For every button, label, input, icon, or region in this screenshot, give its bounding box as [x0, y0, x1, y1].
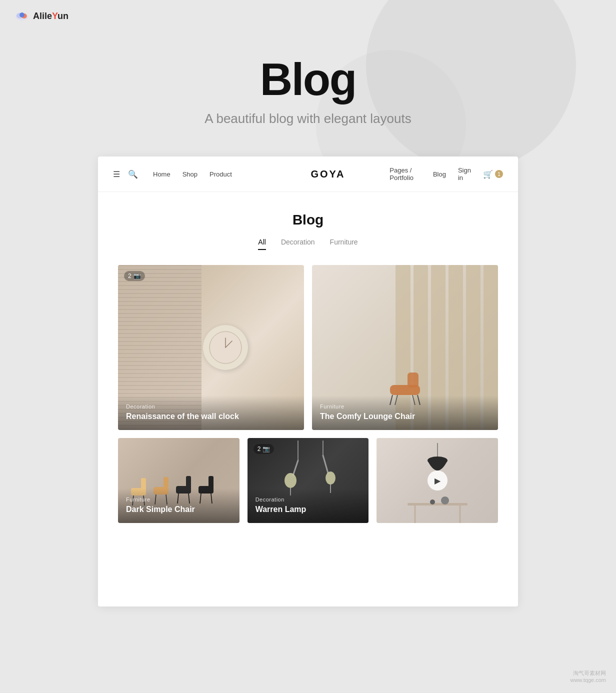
nav-link-pages[interactable]: Pages / Portfolio [390, 166, 421, 182]
nav-link-home[interactable]: Home [153, 170, 170, 178]
hero-title: Blog [10, 57, 606, 102]
svg-point-42 [430, 500, 435, 504]
watermark-line1: 淘气哥素材网 [570, 670, 606, 677]
post-overlay-dark-chair: Furniture Dark Simple Chair [118, 488, 240, 523]
nav-link-blog[interactable]: Blog [433, 170, 446, 178]
hamburger-icon[interactable]: ☰ [113, 170, 120, 179]
svg-rect-22 [186, 476, 191, 488]
tab-decoration[interactable]: Decoration [281, 238, 315, 250]
blog-section: Blog All Decoration Furniture [98, 192, 518, 533]
blog-grid-bottom: Furniture Dark Simple Chair [113, 438, 503, 523]
tab-all[interactable]: All [258, 238, 266, 250]
photo-count-badge-lamp: 2 📷 [254, 444, 274, 454]
navbar: ☰ 🔍 Home Shop Product GOYA Pages / Portf… [98, 156, 518, 192]
post-card-video[interactable]: ▶ [376, 438, 498, 523]
hero-section: Blog A beautiful blog with elegant layou… [0, 32, 616, 156]
camera-icon-lamp: 📷 [262, 446, 270, 452]
post-title-dark-chair: Dark Simple Chair [126, 504, 232, 515]
post-overlay-lounge-chair: Furniture The Comfy Lounge Chair [312, 396, 498, 430]
post-overlay-wall-clock: Decoration Renaissance of the wall clock [118, 396, 304, 430]
post-category-dark-chair: Furniture [126, 496, 232, 502]
photo-count-badge: 2 📷 [124, 271, 145, 281]
svg-rect-18 [164, 477, 168, 490]
post-title-wall-clock: Renaissance of the wall clock [126, 412, 296, 422]
post-category-wall-clock: Decoration [126, 404, 296, 410]
nav-left-links: Home Shop Product [153, 170, 266, 178]
filter-tabs: All Decoration Furniture [113, 238, 503, 250]
nav-brand: GOYA [272, 168, 385, 180]
svg-rect-8 [408, 372, 418, 388]
nav-icons: ☰ 🔍 [113, 170, 138, 179]
photo-count: 2 [128, 272, 132, 280]
watermark-line2: www.tqge.com [570, 677, 606, 683]
cart-area[interactable]: 🛒 1 [483, 170, 503, 179]
sign-in-link[interactable]: Sign in [458, 166, 471, 182]
svg-line-34 [323, 456, 328, 473]
post-card-lounge-chair[interactable]: Furniture The Comfy Lounge Chair [312, 265, 498, 430]
svg-rect-26 [208, 476, 214, 488]
nav-link-product[interactable]: Product [210, 170, 232, 178]
blog-grid-top: 2 📷 Decoration Renaissance of the wall c… [113, 265, 503, 430]
post-card-wall-clock[interactable]: 2 📷 Decoration Renaissance of the wall c… [118, 265, 304, 430]
hero-subtitle: A beautiful blog with elegant layouts [10, 111, 606, 126]
tab-furniture[interactable]: Furniture [330, 238, 358, 250]
logo-text: AlileYun [33, 11, 68, 22]
post-category-warren-lamp: Decoration [256, 496, 361, 502]
watermark: 淘气哥素材网 www.tqge.com [570, 670, 606, 683]
svg-rect-39 [408, 503, 468, 506]
cart-icon: 🛒 [483, 170, 493, 179]
post-title-lounge-chair: The Comfy Lounge Chair [320, 412, 490, 422]
post-overlay-warren-lamp: Decoration Warren Lamp [248, 488, 369, 523]
cart-badge: 1 [495, 170, 503, 178]
play-button[interactable]: ▶ [428, 470, 448, 490]
main-card: ☰ 🔍 Home Shop Product GOYA Pages / Portf… [98, 156, 518, 606]
post-card-warren-lamp[interactable]: 2 📷 Decoration Warren Lamp [248, 438, 369, 523]
logo[interactable]: AlileYun [15, 9, 68, 23]
top-bar: AlileYun [0, 0, 616, 32]
search-icon[interactable]: 🔍 [128, 170, 138, 179]
svg-point-32 [284, 473, 296, 488]
svg-point-35 [326, 472, 336, 484]
post-card-dark-chair[interactable]: Furniture Dark Simple Chair [118, 438, 240, 523]
photo-count-lamp: 2 [258, 446, 261, 452]
camera-icon: 📷 [134, 272, 141, 280]
clock-decoration [203, 325, 248, 370]
cloud-icon [15, 9, 29, 23]
svg-line-31 [293, 460, 298, 476]
post-category-lounge-chair: Furniture [320, 404, 490, 410]
svg-point-3 [20, 12, 24, 18]
clock-svg [208, 330, 243, 365]
nav-link-shop[interactable]: Shop [182, 170, 198, 178]
post-title-warren-lamp: Warren Lamp [256, 504, 361, 515]
nav-right-links: Pages / Portfolio Blog Sign in 🛒 1 [390, 166, 503, 182]
svg-point-43 [441, 496, 449, 504]
blog-page-title: Blog [113, 212, 503, 228]
